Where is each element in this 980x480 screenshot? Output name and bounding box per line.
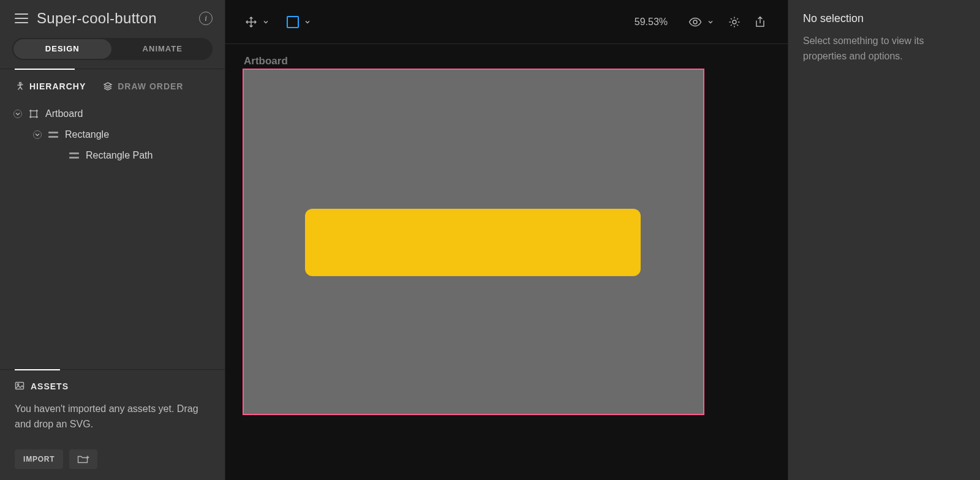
image-icon — [15, 381, 24, 392]
info-icon[interactable]: i — [199, 12, 213, 25]
tab-draw-order-label: DRAW ORDER — [118, 81, 183, 91]
canvas-area: 59.53% Artboard — [225, 0, 788, 480]
share-button[interactable] — [751, 13, 769, 31]
panel-tabs: HIERARCHY DRAW ORDER — [0, 69, 225, 96]
svg-rect-1 — [31, 111, 37, 117]
tree-node-artboard[interactable]: Artboard — [7, 103, 219, 124]
left-panel-header: Super-cool-button i — [0, 0, 225, 34]
assets-section: ASSETS You haven't imported any assets y… — [0, 369, 225, 440]
hierarchy-tree: Artboard Rectangle Rectangle Path — [0, 96, 225, 172]
view-group — [682, 13, 714, 31]
layers-icon — [103, 81, 113, 91]
inspector-message: Select something to view its properties … — [803, 34, 965, 64]
mode-switch: DESIGN ANIMATE — [12, 38, 213, 60]
share-icon — [755, 16, 766, 28]
artboard-label[interactable]: Artboard — [244, 55, 769, 67]
tree-node-label: Rectangle Path — [86, 150, 153, 161]
import-button[interactable]: IMPORT — [15, 449, 63, 469]
file-title: Super-cool-button — [37, 10, 190, 27]
chevron-down-icon[interactable] — [13, 110, 22, 118]
hierarchy-section: HIERARCHY DRAW ORDER — [0, 69, 225, 369]
svg-point-3 — [17, 384, 18, 385]
hierarchy-icon — [15, 81, 24, 91]
active-tab-indicator — [15, 69, 75, 70]
zoom-level[interactable]: 59.53% — [635, 17, 668, 28]
shape-tool-dropdown[interactable] — [304, 13, 311, 31]
tab-draw-order[interactable]: DRAW ORDER — [103, 81, 183, 91]
path-icon — [69, 152, 80, 159]
tab-hierarchy-label: HIERARCHY — [29, 81, 86, 91]
move-icon — [245, 16, 257, 28]
tab-hierarchy[interactable]: HIERARCHY — [15, 81, 86, 91]
chevron-down-icon[interactable] — [33, 130, 42, 139]
tab-animate[interactable]: ANIMATE — [114, 39, 212, 59]
tree-node-label: Rectangle — [65, 129, 109, 140]
shape-tool-group — [284, 13, 311, 31]
active-tab-indicator — [15, 369, 60, 370]
artboard[interactable] — [244, 70, 703, 414]
inspector-title: No selection — [803, 12, 965, 25]
inspector-panel: No selection Select something to view it… — [788, 0, 980, 480]
tree-node-rectangle-path[interactable]: Rectangle Path — [7, 145, 219, 166]
move-tool-dropdown[interactable] — [262, 13, 270, 31]
eye-icon — [688, 17, 702, 27]
settings-button[interactable] — [725, 13, 744, 31]
chevron-down-icon — [708, 20, 713, 24]
tab-design[interactable]: DESIGN — [13, 39, 111, 59]
chevron-down-icon — [263, 20, 268, 24]
move-tool-group — [243, 13, 270, 31]
folder-plus-icon — [77, 454, 89, 464]
left-panel: Super-cool-button i DESIGN ANIMATE HIERA… — [0, 0, 225, 480]
visibility-button[interactable] — [686, 13, 704, 31]
assets-header[interactable]: ASSETS — [15, 381, 210, 392]
move-tool[interactable] — [243, 13, 260, 31]
chevron-down-icon — [305, 20, 310, 24]
assets-title: ASSETS — [31, 381, 69, 391]
menu-icon[interactable] — [15, 13, 28, 23]
svg-point-5 — [733, 20, 736, 24]
rectangle-icon — [287, 16, 299, 28]
assets-actions: IMPORT — [0, 440, 225, 480]
gear-icon — [728, 16, 741, 28]
shape-icon — [48, 132, 59, 138]
assets-empty-message: You haven't imported any assets yet. Dra… — [15, 401, 210, 432]
svg-point-4 — [693, 20, 697, 24]
rectangle-tool[interactable] — [284, 13, 301, 31]
canvas-viewport[interactable]: Artboard — [225, 44, 788, 480]
toolbar: 59.53% — [225, 0, 788, 44]
new-folder-button[interactable] — [69, 449, 97, 469]
visibility-dropdown[interactable] — [707, 13, 714, 31]
artboard-icon — [28, 109, 39, 119]
rectangle-shape[interactable] — [305, 209, 641, 276]
tree-node-rectangle[interactable]: Rectangle — [7, 124, 219, 145]
tree-node-label: Artboard — [45, 108, 83, 119]
